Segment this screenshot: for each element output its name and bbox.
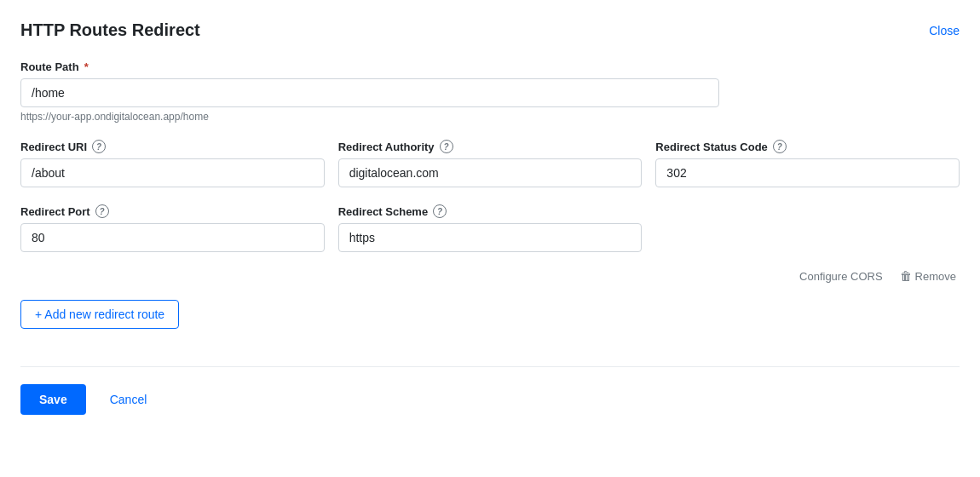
add-route-section: + Add new redirect route <box>20 300 960 356</box>
redirect-scheme-col: Redirect Scheme ? <box>338 204 643 252</box>
route-path-hint: https://your-app.ondigitalocean.app/home <box>20 111 960 123</box>
redirect-status-code-label: Redirect Status Code ? <box>655 140 960 153</box>
redirect-port-help-icon[interactable]: ? <box>95 204 109 218</box>
configure-cors-button[interactable]: Configure CORS <box>799 270 883 283</box>
route-path-section: Route Path* https://your-app.ondigitaloc… <box>20 60 960 123</box>
redirect-authority-col: Redirect Authority ? <box>338 140 643 187</box>
redirect-authority-input[interactable] <box>338 158 643 187</box>
fields-row-2: Redirect Port ? Redirect Scheme ? <box>20 204 960 252</box>
divider <box>20 366 960 367</box>
add-redirect-route-button[interactable]: + Add new redirect route <box>20 300 179 329</box>
empty-col <box>655 204 960 252</box>
trash-icon: 🗑 <box>900 269 912 283</box>
redirect-uri-help-icon[interactable]: ? <box>92 140 106 153</box>
route-path-input[interactable] <box>20 78 719 107</box>
redirect-status-code-input[interactable] <box>655 158 960 187</box>
redirect-scheme-input[interactable] <box>338 223 643 252</box>
redirect-uri-label: Redirect URI ? <box>20 140 325 153</box>
fields-row-1: Redirect URI ? Redirect Authority ? Redi… <box>20 140 960 187</box>
redirect-scheme-label: Redirect Scheme ? <box>338 204 643 218</box>
redirect-port-col: Redirect Port ? <box>20 204 325 252</box>
actions-row: Save Cancel <box>20 384 960 415</box>
remove-button[interactable]: 🗑 Remove <box>900 269 956 283</box>
close-button[interactable]: Close <box>929 24 960 37</box>
cancel-button[interactable]: Cancel <box>96 384 161 415</box>
header: HTTP Routes Redirect Close <box>20 20 960 40</box>
configure-remove-row: Configure CORS 🗑 Remove <box>20 269 960 283</box>
redirect-port-label: Redirect Port ? <box>20 204 325 218</box>
redirect-status-code-col: Redirect Status Code ? <box>655 140 960 187</box>
page-title: HTTP Routes Redirect <box>20 20 200 40</box>
redirect-uri-col: Redirect URI ? <box>20 140 325 187</box>
required-indicator: * <box>84 60 89 73</box>
save-button[interactable]: Save <box>20 384 86 415</box>
redirect-uri-input[interactable] <box>20 158 325 187</box>
redirect-scheme-help-icon[interactable]: ? <box>433 204 447 218</box>
redirect-authority-label: Redirect Authority ? <box>338 140 643 153</box>
page-container: HTTP Routes Redirect Close Route Path* h… <box>0 0 980 477</box>
redirect-authority-help-icon[interactable]: ? <box>440 140 453 153</box>
redirect-status-code-help-icon[interactable]: ? <box>773 140 787 153</box>
route-path-label: Route Path* <box>20 60 960 73</box>
redirect-port-input[interactable] <box>20 223 325 252</box>
